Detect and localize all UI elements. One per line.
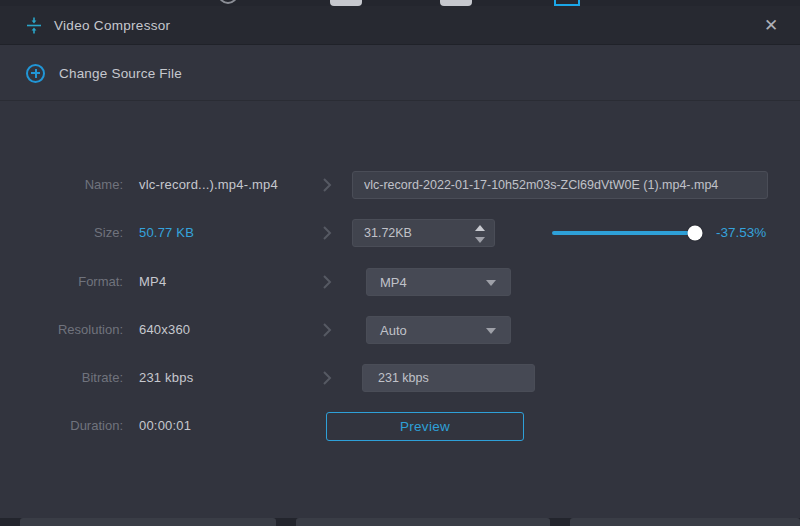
size-slider-handle[interactable] (687, 226, 702, 241)
change-source-file-label: Change Source File (59, 66, 182, 81)
chevron-right-icon (322, 219, 334, 247)
size-slider-track[interactable] (552, 231, 700, 235)
background-tab-fragment (330, 0, 362, 6)
resolution-dropdown[interactable]: Auto (366, 316, 511, 344)
caret-down-icon (486, 280, 496, 286)
dialog-titlebar: Video Compressor ✕ (0, 6, 800, 45)
background-window-bottom-edge (0, 518, 800, 526)
video-compressor-dialog: Video Compressor ✕ Change Source File Na… (0, 0, 800, 526)
resolution-dropdown-value: Auto (380, 323, 407, 338)
bitrate-label: Bitrate: (0, 364, 123, 392)
preview-button[interactable]: Preview (326, 412, 524, 441)
close-icon[interactable]: ✕ (760, 15, 782, 37)
format-label: Format: (0, 268, 123, 296)
background-selected-tab-fragment (554, 0, 580, 6)
size-spinner (352, 219, 495, 247)
duration-current-value: 00:00:01 (139, 412, 191, 440)
chevron-right-icon (322, 316, 334, 344)
resolution-label: Resolution: (0, 316, 123, 344)
duration-label: Duration: (0, 412, 123, 440)
dialog-title: Video Compressor (54, 18, 170, 33)
background-card-fragment (570, 518, 800, 526)
background-tab-fragment (440, 0, 472, 6)
name-current-value: vlc-record...).mp4-.mp4 (139, 171, 278, 199)
background-window-top-edge (0, 0, 800, 6)
size-reduction-percent: -37.53% (716, 219, 766, 247)
bitrate-current-value: 231 kbps (139, 364, 193, 392)
resolution-current-value: 640x360 (139, 316, 190, 344)
background-card-fragment (20, 518, 276, 526)
background-circle-icon (218, 0, 238, 4)
bitrate-input[interactable] (362, 364, 535, 392)
size-input[interactable] (353, 220, 468, 246)
chevron-right-icon (322, 171, 334, 199)
chevron-right-icon (322, 364, 334, 392)
caret-down-icon (486, 328, 496, 334)
background-card-fragment (296, 518, 550, 526)
size-spinner-buttons (473, 220, 487, 248)
change-source-file[interactable]: Change Source File (0, 46, 800, 101)
plus-circle-icon (26, 64, 45, 83)
format-dropdown-value: MP4 (380, 275, 407, 290)
size-label: Size: (0, 219, 123, 247)
format-current-value: MP4 (139, 268, 166, 296)
name-label: Name: (0, 171, 123, 199)
spinner-up-icon[interactable] (475, 225, 485, 231)
compress-icon (26, 17, 42, 34)
spinner-down-icon[interactable] (475, 237, 485, 243)
format-dropdown[interactable]: MP4 (366, 268, 511, 296)
size-slider[interactable] (552, 219, 700, 247)
name-input[interactable] (352, 171, 768, 199)
chevron-right-icon (322, 268, 334, 296)
size-current-value: 50.77 KB (139, 219, 194, 247)
